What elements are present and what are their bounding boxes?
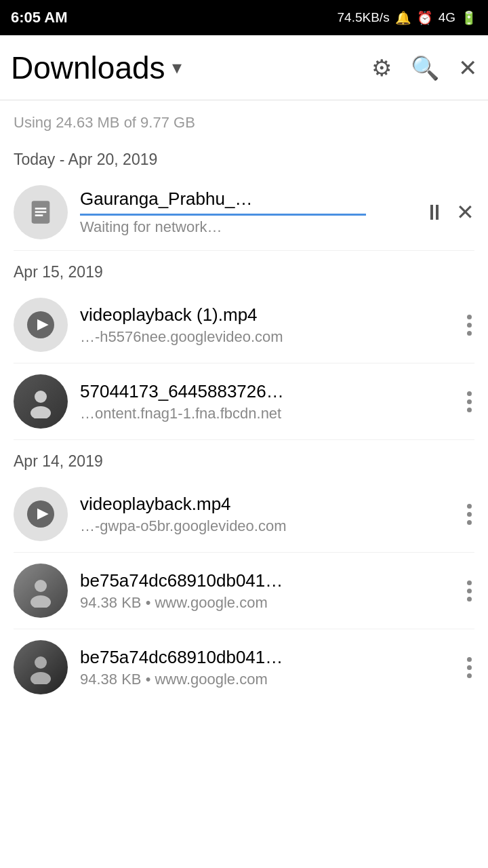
item-content: be75a74dc68910db041… 94.38 KB • www.goog… [80, 570, 458, 612]
svg-rect-2 [35, 211, 47, 213]
item-name: Gauranga_Prabhu_… [80, 189, 417, 210]
app-bar-title-container: Downloads ▾ [11, 50, 371, 86]
item-actions [464, 652, 474, 684]
battery-icon: 🔋 [461, 10, 477, 26]
item-name: 57044173_6445883726… [80, 381, 458, 402]
item-thumbnail-photo2 [14, 564, 68, 618]
more-options-button[interactable] [464, 309, 474, 341]
network-icon: 4G [439, 10, 455, 25]
video-icon [27, 500, 54, 528]
more-options-button[interactable] [464, 498, 474, 530]
alarm-icon: ⏰ [417, 10, 433, 26]
more-options-button[interactable] [464, 652, 474, 684]
item-actions [464, 575, 474, 607]
section-header-today: Today - Apr 20, 2019 [0, 138, 488, 174]
document-icon [27, 199, 54, 226]
section-header-apr15: Apr 15, 2019 [0, 251, 488, 287]
app-bar-icons: ⚙ 🔍 ✕ [371, 54, 477, 81]
close-button[interactable]: ✕ [458, 54, 477, 81]
download-item: be75a74dc68910db041… 94.38 KB • www.goog… [0, 629, 488, 705]
item-name: be75a74dc68910db041… [80, 570, 458, 591]
status-time: 6:05 AM [11, 9, 68, 26]
item-meta: …-gwpa-o5br.googlevideo.com [80, 517, 458, 535]
item-name: be75a74dc68910db041… [80, 647, 458, 668]
item-actions [464, 386, 474, 418]
item-content: videoplayback (1).mp4 …-h5576nee.googlev… [80, 304, 458, 346]
search-button[interactable]: 🔍 [411, 54, 439, 81]
signal-icon: 🔔 [395, 10, 411, 26]
more-options-button[interactable] [464, 575, 474, 607]
download-item: be75a74dc68910db041… 94.38 KB • www.goog… [0, 553, 488, 629]
item-meta: 94.38 KB • www.google.com [80, 594, 458, 612]
section-header-apr14: Apr 14, 2019 [0, 440, 488, 476]
item-content: videoplayback.mp4 …-gwpa-o5br.googlevide… [80, 494, 458, 535]
item-thumbnail-photo1 [14, 374, 68, 429]
svg-point-6 [35, 391, 47, 403]
svg-rect-1 [35, 208, 47, 210]
item-actions: ⏸ ✕ [424, 199, 474, 225]
item-actions [464, 309, 474, 341]
pause-button[interactable]: ⏸ [424, 200, 445, 225]
dropdown-arrow-icon[interactable]: ▾ [172, 56, 182, 79]
storage-text: Using 24.63 MB of 9.77 GB [14, 114, 195, 131]
item-icon-video [14, 298, 68, 352]
svg-point-7 [30, 406, 51, 418]
settings-button[interactable]: ⚙ [371, 54, 392, 81]
item-meta: …-h5576nee.googlevideo.com [80, 328, 458, 346]
storage-info: Using 24.63 MB of 9.77 GB [0, 100, 488, 138]
svg-point-12 [35, 656, 47, 669]
video-icon [27, 311, 54, 338]
download-item: 57044173_6445883726… …ontent.fnag1-1.fna… [0, 363, 488, 439]
status-speed: 74.5KB/s [338, 10, 390, 25]
svg-rect-3 [35, 214, 43, 216]
person-icon [24, 574, 58, 608]
page-title: Downloads [11, 50, 165, 86]
status-bar: 6:05 AM 74.5KB/s 🔔 ⏰ 4G 🔋 [0, 0, 488, 35]
item-icon-video2 [14, 487, 68, 541]
person-icon [24, 384, 58, 418]
svg-point-10 [35, 580, 47, 592]
svg-point-13 [30, 672, 51, 684]
item-thumbnail-photo3 [14, 640, 68, 694]
item-actions [464, 498, 474, 530]
download-item: videoplayback.mp4 …-gwpa-o5br.googlevide… [0, 476, 488, 552]
item-meta: 94.38 KB • www.google.com [80, 671, 458, 688]
item-meta: …ontent.fnag1-1.fna.fbcdn.net [80, 405, 458, 422]
download-item: Gauranga_Prabhu_… Waiting for network… ⏸… [0, 174, 488, 250]
item-icon-document [14, 185, 68, 239]
progress-bar [80, 214, 366, 216]
more-options-button[interactable] [464, 386, 474, 418]
app-bar: Downloads ▾ ⚙ 🔍 ✕ [0, 35, 488, 100]
item-content: be75a74dc68910db041… 94.38 KB • www.goog… [80, 647, 458, 688]
item-name: videoplayback (1).mp4 [80, 304, 458, 326]
download-item: videoplayback (1).mp4 …-h5576nee.googlev… [0, 287, 488, 363]
item-name: videoplayback.mp4 [80, 494, 458, 515]
item-content: Gauranga_Prabhu_… Waiting for network… [80, 189, 417, 236]
svg-point-11 [30, 595, 51, 608]
item-content: 57044173_6445883726… …ontent.fnag1-1.fna… [80, 381, 458, 422]
person-icon [24, 650, 58, 684]
item-meta: Waiting for network… [80, 218, 417, 236]
status-right: 74.5KB/s 🔔 ⏰ 4G 🔋 [338, 10, 477, 26]
cancel-button[interactable]: ✕ [456, 199, 474, 225]
